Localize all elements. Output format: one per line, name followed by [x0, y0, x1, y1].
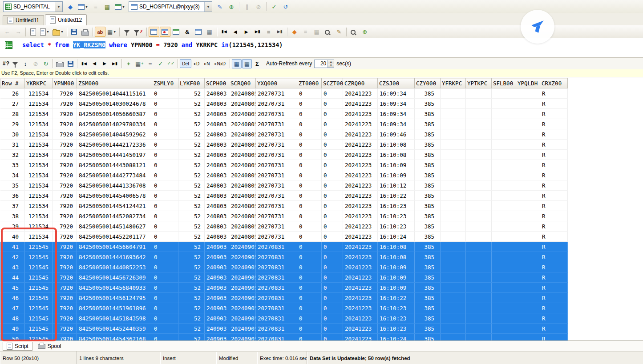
grid-cell[interactable]: 16:10:08: [378, 252, 415, 262]
grid-cell[interactable]: 385: [415, 262, 441, 272]
grid-cell[interactable]: 0: [297, 170, 322, 180]
grid-cell[interactable]: [492, 180, 516, 191]
grid-cell[interactable]: [492, 160, 516, 170]
row-number-cell[interactable]: 41: [0, 242, 25, 252]
grid-cell[interactable]: 7920: [53, 99, 77, 109]
grid-cell[interactable]: [441, 272, 466, 283]
prev-record-button[interactable]: ◀: [230, 27, 241, 37]
grid-cell[interactable]: 121534: [25, 109, 53, 119]
grid-cell[interactable]: 20270731: [256, 221, 297, 232]
grid-cell[interactable]: 84250050014056660387: [77, 109, 152, 119]
grid-cell[interactable]: 0: [322, 201, 343, 211]
grid-cell[interactable]: 7920: [53, 211, 77, 221]
grid-cell[interactable]: [466, 109, 492, 119]
grid-cell[interactable]: 20240905: [229, 303, 256, 313]
grid-cell[interactable]: 20240805: [229, 99, 256, 109]
grid-cell[interactable]: 0: [297, 129, 322, 140]
post-all-button[interactable]: ✓✓: [166, 59, 176, 68]
grid-cell[interactable]: 0: [322, 191, 343, 201]
table-row[interactable]: 2612153479208425005001404411516105224080…: [0, 88, 568, 99]
table-row[interactable]: 3412153479208425005001444277348405224080…: [0, 170, 568, 180]
grid-cell[interactable]: 52: [178, 119, 205, 129]
grid-cell[interactable]: 0: [297, 293, 322, 303]
grid-cell[interactable]: 121534: [25, 119, 53, 129]
table-row[interactable]: 3112153479208425005001444217233605224080…: [0, 140, 568, 150]
dbms-output-button[interactable]: ≡: [300, 27, 311, 37]
grid-cell[interactable]: 20240805: [229, 191, 256, 201]
grid-header-cell[interactable]: ZSMLY0: [152, 79, 178, 88]
cancel-query-button[interactable]: ⊘: [31, 59, 40, 68]
grid-cell[interactable]: 52: [178, 221, 205, 232]
grid-cell[interactable]: 16:09:34: [378, 119, 415, 129]
grid-cell[interactable]: 0: [322, 324, 343, 334]
grid-cell[interactable]: [441, 232, 466, 242]
row-number-cell[interactable]: 37: [0, 201, 25, 211]
grid-cell[interactable]: 52: [178, 313, 205, 324]
grid-cell[interactable]: [492, 201, 516, 211]
grid-cell[interactable]: 0: [152, 242, 178, 252]
grid-cell[interactable]: 0: [152, 324, 178, 334]
grid-cell[interactable]: 7920: [53, 272, 77, 283]
grid-cell[interactable]: 0: [152, 293, 178, 303]
highlight-edits-button[interactable]: ab: [95, 27, 105, 37]
grid-cell[interactable]: 16:10:09: [378, 272, 415, 283]
table-row[interactable]: 3012153479208425005001404459296205224080…: [0, 129, 568, 140]
grid-cell[interactable]: 20241223: [343, 140, 378, 150]
grid-cell[interactable]: R: [540, 211, 568, 221]
grid-cell[interactable]: [516, 160, 540, 170]
grid-cell[interactable]: 0: [152, 109, 178, 119]
grid-cell[interactable]: 0: [297, 303, 322, 313]
grid-cell[interactable]: 121534: [25, 221, 53, 232]
grid-cell[interactable]: 52: [178, 140, 205, 150]
grid-cell[interactable]: 20240805: [229, 180, 256, 191]
grid-cell[interactable]: 121534: [25, 129, 53, 140]
grid-cell[interactable]: [466, 201, 492, 211]
grid-cell[interactable]: 20240905: [229, 272, 256, 283]
table-row[interactable]: 3812153479208425005001445208273405224080…: [0, 211, 568, 221]
grid-cell[interactable]: 84250050014029780334: [77, 119, 152, 129]
grid-cell[interactable]: 20241223: [343, 232, 378, 242]
browser-button[interactable]: ⊕: [226, 2, 237, 12]
grid-cell[interactable]: 0: [152, 201, 178, 211]
grid-cell[interactable]: 0: [152, 221, 178, 232]
grid-cell[interactable]: R: [540, 283, 568, 293]
grid-cell[interactable]: 121534: [25, 150, 53, 160]
grid-cell[interactable]: 385: [415, 293, 441, 303]
spinner-up-icon[interactable]: ▲: [328, 60, 334, 64]
grid-cell[interactable]: [466, 303, 492, 313]
grid-cell[interactable]: 385: [415, 313, 441, 324]
row-number-cell[interactable]: 45: [0, 283, 25, 293]
grid-cell[interactable]: 84250050014451480627: [77, 221, 152, 232]
grid-cell[interactable]: 20270831: [256, 324, 297, 334]
grid-cell[interactable]: 0: [152, 232, 178, 242]
grid-header-cell[interactable]: YPQLDH: [516, 79, 540, 88]
tab-spool[interactable]: Spool: [34, 342, 65, 351]
grid-cell[interactable]: 240803: [205, 221, 229, 232]
row-number-cell[interactable]: 31: [0, 140, 25, 150]
grid-cell[interactable]: [516, 211, 540, 221]
grid-cell[interactable]: R: [540, 201, 568, 211]
grid-cell[interactable]: 16:10:09: [378, 170, 415, 180]
grid-cell[interactable]: 0: [152, 129, 178, 140]
grid-cell[interactable]: 20240805: [229, 150, 256, 160]
grid-cell[interactable]: 52: [178, 232, 205, 242]
grid-cell[interactable]: [441, 283, 466, 293]
grid-cell[interactable]: 16:09:46: [378, 129, 415, 140]
row-number-cell[interactable]: 27: [0, 99, 25, 109]
grid-cell[interactable]: [441, 252, 466, 262]
grid-cell[interactable]: 16:10:08: [378, 242, 415, 252]
grid-cell[interactable]: 84250050014441336708: [77, 180, 152, 191]
grid-header-cell[interactable]: YPNM00: [53, 79, 77, 88]
grid-cell[interactable]: 20241223: [343, 242, 378, 252]
grid-cell[interactable]: 0: [322, 160, 343, 170]
grid-cell[interactable]: [516, 293, 540, 303]
grid-cell[interactable]: [516, 252, 540, 262]
grid-cell[interactable]: 16:10:23: [378, 211, 415, 221]
grid-cell[interactable]: 7920: [53, 201, 77, 211]
grid-cell[interactable]: 7920: [53, 150, 77, 160]
grid-cell[interactable]: [441, 88, 466, 99]
row-number-cell[interactable]: 43: [0, 262, 25, 272]
grid-cell[interactable]: 84250050014451843598: [77, 313, 152, 324]
row-number-cell[interactable]: 46: [0, 293, 25, 303]
tab-untitled11[interactable]: Untitled11: [3, 15, 44, 25]
